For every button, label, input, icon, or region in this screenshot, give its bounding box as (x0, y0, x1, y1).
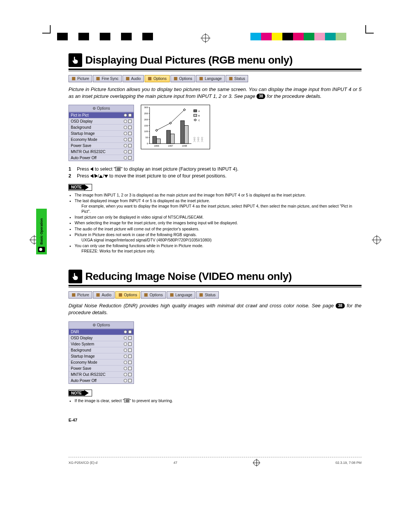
intro-paragraph: Digital Noise Reduction (DNR) provides h… (68, 302, 362, 316)
svg-text:150: 150 (144, 125, 148, 127)
section-title: Displaying Dual Pictures (RGB menu only) (85, 54, 293, 66)
menu-tab-options[interactable]: Options (141, 291, 166, 299)
osd-row-label: Startup Image (71, 354, 124, 358)
menu-tab-audio[interactable]: Audio (93, 291, 115, 299)
osd-row[interactable]: Startup Image (69, 130, 134, 136)
tab-label: Status (205, 293, 215, 297)
svg-rect-47 (119, 294, 122, 297)
osd-row-controls (124, 361, 132, 364)
osd-row-controls (124, 132, 132, 135)
menu-tab-picture[interactable]: Picture (68, 291, 92, 299)
tab-label: Options (150, 293, 162, 297)
osd-row[interactable]: OSD Display (69, 118, 134, 124)
osd-row[interactable]: MNTR Out /RS232C (69, 149, 134, 155)
sync-icon (96, 77, 100, 81)
note-subtext: For example, when you want to display th… (81, 203, 362, 214)
note-item: When selecting the image for the inset p… (75, 220, 362, 225)
text: for the procedure details. (265, 93, 321, 99)
osd-row[interactable]: Background (69, 347, 134, 353)
figure-row: ⚙ OptionsPict in PictOSD DisplayBackgrou… (68, 105, 362, 161)
menu-tab-status[interactable]: Status (196, 291, 218, 299)
note-item: The image from INPUT 1, 2 or 3 is displa… (75, 192, 362, 198)
arrow-icon (84, 390, 89, 396)
svg-rect-24 (156, 139, 160, 144)
arrow-icon (84, 184, 89, 190)
tab-label: Options (124, 293, 137, 297)
menu-tab-options[interactable]: Options (170, 75, 195, 82)
note-list: The image from INPUT 1, 2 or 3 is displa… (68, 192, 362, 254)
color-swatch (261, 33, 272, 40)
osd-row[interactable]: Auto Power Off (69, 377, 134, 383)
note-item: If the image is clear, select "" to prev… (75, 398, 362, 403)
intro-paragraph: Picture in Picture function allows you t… (68, 86, 362, 99)
menu-tab-fine-sync[interactable]: Fine Sync (93, 75, 121, 82)
note-label: NOTE (69, 391, 84, 396)
language-icon (199, 77, 203, 81)
section-tab-label: Basic Operation (40, 218, 43, 244)
registration-mark-icon (202, 34, 209, 42)
osd-row-controls (124, 336, 132, 340)
osd-row-label: Power Save (71, 144, 124, 148)
tab-label: Picture (77, 77, 89, 81)
osd-row[interactable]: OSD Display (69, 335, 134, 341)
osd-row[interactable]: MNTR Out /RS232C (69, 371, 134, 377)
osd-row-controls (124, 138, 132, 141)
osd-row-controls (124, 120, 132, 123)
osd-row[interactable]: Video System (69, 341, 134, 347)
note-item: The audio of the inset picture will come… (75, 226, 362, 232)
color-swatch (314, 33, 325, 40)
color-swatch-bar (57, 33, 153, 40)
menu-tab-options[interactable]: Options (115, 291, 140, 299)
osd-row-label: Auto Power Off (71, 156, 124, 160)
audio-icon (126, 77, 130, 81)
svg-rect-45 (72, 294, 75, 297)
section-title: Reducing Image Noise (VIDEO menu only) (85, 270, 292, 283)
menu-tab-language[interactable]: Language (196, 75, 225, 82)
color-swatch (336, 33, 346, 40)
svg-rect-29 (180, 121, 184, 144)
svg-text:1998: 1998 (182, 145, 187, 147)
svg-text:B: B (198, 115, 200, 117)
status-icon (199, 293, 203, 297)
osd-row-controls (124, 144, 132, 147)
page-number: E-47 (68, 418, 362, 422)
svg-rect-6 (229, 77, 233, 80)
color-swatch (142, 33, 153, 40)
osd-row[interactable]: Pict in Pict (69, 112, 134, 118)
menu-tab-status[interactable]: Status (226, 75, 248, 82)
language-icon (170, 293, 174, 297)
color-swatch (282, 33, 293, 40)
osd-row-label: OSD Display (71, 336, 124, 340)
osd-row[interactable]: Background (69, 124, 134, 130)
osd-row-controls (124, 126, 132, 129)
separator (68, 69, 362, 71)
osd-row[interactable]: Economy Mode (69, 136, 134, 142)
osd-row[interactable]: DNR (69, 329, 134, 335)
registration-mark-icon (373, 236, 381, 244)
note-list: If the image is clear, select "" to prev… (68, 398, 362, 403)
osd-row[interactable]: Power Save (69, 142, 134, 149)
picture-icon (72, 293, 76, 297)
osd-row-controls (124, 355, 132, 358)
osd-row[interactable]: Startup Image (69, 353, 134, 359)
osd-row[interactable]: Economy Mode (69, 359, 134, 365)
footer-doc-id: XG-P25X/CD (E)-d (68, 461, 97, 465)
osd-row[interactable]: Auto Power Off (69, 155, 134, 161)
svg-rect-49 (170, 294, 174, 297)
svg-text:1996: 1996 (154, 145, 159, 147)
right-arrow-icon (95, 174, 98, 178)
svg-rect-46 (96, 294, 100, 297)
menu-tab-picture[interactable]: Picture (68, 75, 92, 82)
note-item: Picture in Picture does not work in case… (75, 232, 362, 243)
svg-rect-50 (199, 294, 203, 297)
menu-tab-audio[interactable]: Audio (123, 75, 144, 82)
menu-tab-options[interactable]: Options (145, 75, 169, 82)
section-header: Displaying Dual Pictures (RGB menu only) (68, 53, 362, 67)
osd-row-label: Startup Image (71, 131, 124, 136)
menu-tab-language[interactable]: Language (167, 291, 196, 299)
color-swatch (304, 33, 314, 40)
tab-label: Fine Sync (102, 77, 118, 81)
footer-page: 47 (174, 461, 177, 465)
osd-row[interactable]: Power Save (69, 365, 134, 371)
color-swatch (132, 33, 142, 40)
